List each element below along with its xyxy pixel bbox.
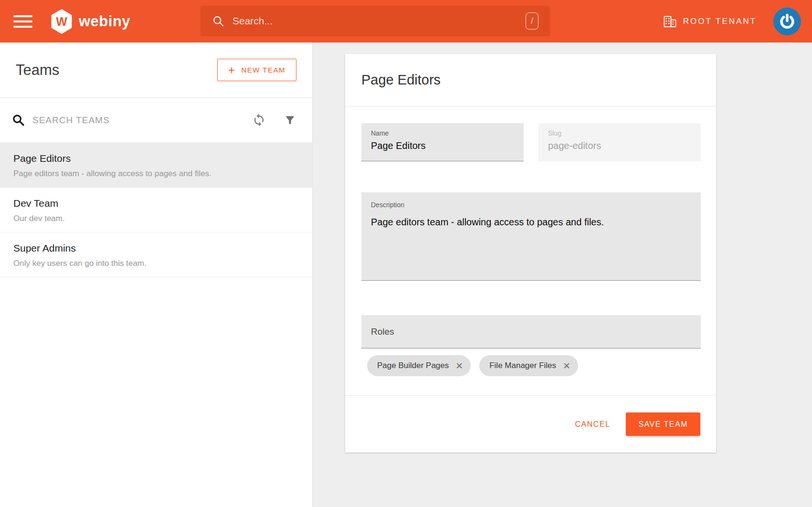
form-body: Name Slug Description Page editors team … [345, 106, 716, 376]
name-field[interactable]: Name [361, 123, 524, 161]
chip-label: File Manager Files [489, 361, 556, 370]
description-input[interactable]: Page editors team - allowing access to p… [371, 215, 691, 229]
teams-list-panel: Teams + NEW TEAM [0, 42, 313, 507]
slug-input [548, 140, 691, 151]
webiny-hexagon-icon: W [51, 9, 73, 34]
team-name: Dev Team [13, 198, 299, 209]
webiny-wordmark: webiny [79, 13, 130, 30]
refresh-icon [252, 113, 266, 127]
slash-shortcut-badge: / [526, 12, 538, 30]
form-actions: CANCEL SAVE TEAM [345, 395, 716, 453]
teams-search-input[interactable] [32, 115, 252, 126]
description-field[interactable]: Description Page editors team - allowing… [361, 192, 701, 281]
roles-field[interactable]: Roles [361, 315, 701, 349]
name-label: Name [371, 129, 514, 137]
team-list-item-dev-team[interactable]: Dev Team Our dev team. [0, 188, 312, 232]
team-description: Only key users can go into this team. [13, 259, 299, 268]
hamburger-menu-button[interactable] [13, 12, 32, 31]
power-icon [779, 13, 796, 30]
form-header: Page Editors [345, 54, 716, 106]
tenant-selector[interactable]: ROOT TENANT [664, 15, 757, 27]
roles-label: Roles [371, 327, 394, 337]
team-list-item-page-editors[interactable]: Page Editors Page editors team - allowin… [0, 143, 312, 188]
team-name: Page Editors [13, 153, 299, 164]
slug-field: Slug [538, 123, 701, 161]
name-input[interactable] [371, 140, 514, 151]
remove-chip-icon[interactable]: ✕ [455, 361, 463, 370]
team-list-item-super-admins[interactable]: Super Admins Only key users can go into … [0, 232, 312, 277]
cancel-button[interactable]: CANCEL [572, 415, 613, 433]
team-name: Super Admins [13, 243, 299, 254]
role-chip-file-manager-files[interactable]: File Manager Files ✕ [479, 355, 578, 376]
slug-label: Slug [548, 129, 691, 137]
teams-panel-header: Teams + NEW TEAM [0, 42, 312, 98]
global-search[interactable]: / [200, 6, 550, 36]
team-form-card: Page Editors Name Slug Description Page … [345, 54, 716, 453]
new-team-button[interactable]: + NEW TEAM [217, 59, 296, 81]
new-team-button-label: NEW TEAM [241, 66, 285, 74]
remove-chip-icon[interactable]: ✕ [563, 361, 570, 370]
building-icon [664, 15, 676, 27]
tenant-label: ROOT TENANT [683, 17, 757, 26]
svg-text:W: W [56, 14, 67, 28]
chip-label: Page Builder Pages [377, 361, 449, 370]
role-chips: Page Builder Pages ✕ File Manager Files … [361, 355, 701, 376]
filter-button[interactable] [284, 114, 296, 126]
plus-icon: + [228, 64, 236, 76]
user-avatar[interactable] [773, 8, 801, 35]
content-area: Page Editors Name Slug Description Page … [313, 42, 812, 507]
teams-search-bar [0, 98, 312, 143]
hamburger-icon [13, 15, 32, 17]
form-title: Page Editors [361, 72, 441, 88]
team-description: Our dev team. [13, 214, 299, 223]
team-list: Page Editors Page editors team - allowin… [0, 143, 312, 277]
team-description: Page editors team - allowing access to p… [13, 169, 299, 179]
page-title: Teams [16, 62, 59, 79]
role-chip-page-builder-pages[interactable]: Page Builder Pages ✕ [367, 355, 471, 376]
filter-icon [284, 114, 296, 126]
save-team-button[interactable]: SAVE TEAM [626, 412, 700, 436]
app-header: W webiny / ROOT TENANT [0, 0, 812, 42]
refresh-button[interactable] [252, 113, 266, 127]
description-label: Description [371, 201, 691, 209]
search-icon [11, 113, 25, 127]
webiny-logo[interactable]: W webiny [51, 9, 130, 34]
global-search-input[interactable] [232, 15, 526, 27]
search-icon [212, 15, 225, 28]
